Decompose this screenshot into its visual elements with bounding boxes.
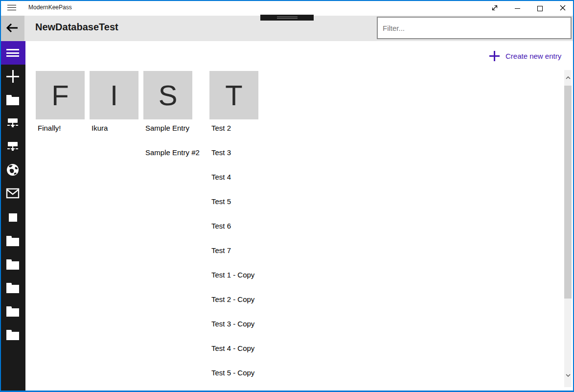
- folder-icon: [6, 285, 19, 293]
- vertical-scrollbar[interactable]: [564, 70, 572, 387]
- sidebar-item-group-homebanking[interactable]: [0, 206, 25, 229]
- minimize-icon: [515, 8, 520, 9]
- entry-item[interactable]: Test 2: [211, 124, 309, 134]
- folder-icon: [6, 238, 19, 246]
- create-new-entry-label: Create new entry: [505, 52, 561, 60]
- app-title: ModernKeePass: [28, 4, 72, 11]
- entry-item[interactable]: Test 4 - Copy: [211, 344, 309, 354]
- close-icon: [559, 4, 566, 13]
- plus-icon: [489, 51, 500, 61]
- fullscreen-button[interactable]: [483, 1, 506, 16]
- entry-item[interactable]: Test 1 - Copy: [211, 271, 309, 280]
- entry-item[interactable]: Test 7: [211, 246, 309, 256]
- mail-envelope-icon: [6, 188, 20, 200]
- fullscreen-diagonal-arrow-icon: [491, 4, 499, 13]
- scrollbar-thumb[interactable]: [564, 86, 572, 299]
- entry-item[interactable]: Test 5: [211, 197, 309, 207]
- entry-item[interactable]: Test 3 - Copy: [211, 320, 309, 329]
- group-tile-letter: F: [51, 81, 69, 110]
- plus-icon: [6, 70, 19, 83]
- entry-item[interactable]: Test 4: [211, 173, 309, 183]
- sidebar: [0, 41, 25, 391]
- maximize-button[interactable]: [528, 1, 551, 16]
- entry-item[interactable]: Test 6: [211, 222, 309, 231]
- globe-icon: [6, 163, 20, 178]
- group-tile[interactable]: T: [209, 71, 258, 119]
- entry-item[interactable]: Test 5 - Copy: [211, 369, 309, 378]
- window-border-top: [0, 0, 574, 1]
- workstation-icon: [7, 118, 18, 128]
- sidebar-item-group-folder-4[interactable]: [0, 300, 25, 323]
- minimize-button[interactable]: [506, 1, 528, 16]
- flyout-grabber-handle[interactable]: [260, 15, 314, 21]
- filter-input[interactable]: [377, 17, 572, 39]
- chevron-up-icon: [566, 76, 571, 79]
- hamburger-menu-icon[interactable]: [7, 5, 16, 11]
- sidebar-item-group-network[interactable]: [0, 135, 25, 159]
- sidebar-item-group-folder-2[interactable]: [0, 253, 25, 276]
- entry-item[interactable]: Test 3: [211, 148, 309, 158]
- group-tile-letter: S: [159, 81, 178, 110]
- back-button[interactable]: [0, 16, 24, 41]
- chevron-down-icon: [566, 374, 571, 377]
- close-button[interactable]: [551, 1, 574, 16]
- sidebar-item-group-general[interactable]: [0, 88, 25, 112]
- page-title: NewDatabaseTest: [35, 22, 118, 33]
- sidebar-item-group-internet[interactable]: [0, 159, 25, 182]
- create-new-entry-button[interactable]: Create new entry: [489, 48, 561, 64]
- sidebar-item-add-group[interactable]: [0, 65, 25, 88]
- homebanking-square-icon: [9, 213, 17, 222]
- hamburger-menu-icon: [6, 47, 19, 59]
- folder-icon: [6, 308, 19, 317]
- network-icon: [7, 142, 18, 152]
- group-tile[interactable]: S: [143, 71, 192, 119]
- folder-icon: [6, 261, 19, 270]
- folder-icon: [6, 332, 19, 340]
- back-arrow-icon: [6, 23, 19, 34]
- scroll-down-button[interactable]: [564, 371, 572, 379]
- entry-item[interactable]: Test 2 - Copy: [211, 295, 309, 305]
- group-tile[interactable]: F: [36, 71, 85, 119]
- sidebar-item-group-folder-3[interactable]: [0, 276, 25, 300]
- sidebar-item-group-folder-1[interactable]: [0, 229, 25, 253]
- sidebar-item-group-folder-5[interactable]: [0, 323, 25, 346]
- group-tile-letter: I: [110, 81, 118, 110]
- group-tile-letter: T: [225, 81, 242, 110]
- folder-icon: [6, 97, 19, 105]
- group-tile[interactable]: I: [90, 71, 138, 119]
- sidebar-item-group-windows[interactable]: [0, 112, 25, 135]
- sidebar-item-group-email[interactable]: [0, 182, 25, 206]
- sidebar-menu-button[interactable]: [0, 41, 25, 65]
- maximize-icon: [537, 6, 543, 11]
- scroll-up-button[interactable]: [564, 74, 572, 82]
- window-border-left: [0, 0, 1, 392]
